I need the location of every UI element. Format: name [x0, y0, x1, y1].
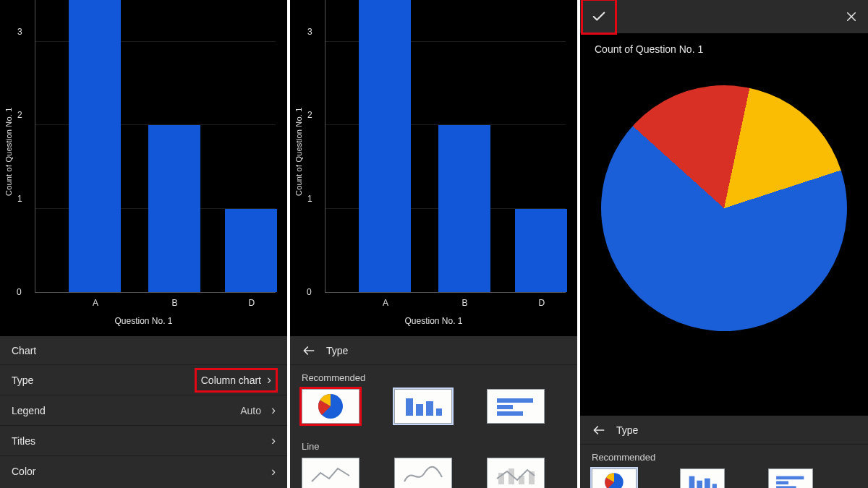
row-type[interactable]: Type Column chart [0, 365, 287, 395]
type-header: Type [326, 345, 348, 356]
bar-B [148, 125, 200, 292]
svg-rect-14 [697, 481, 702, 488]
svg-rect-5 [497, 398, 533, 403]
confirm-button[interactable] [583, 1, 615, 33]
topbar [580, 0, 868, 33]
bar-D [515, 209, 567, 292]
pie-slices [580, 53, 868, 363]
thumb-line[interactable] [302, 458, 359, 488]
svg-rect-6 [497, 405, 513, 409]
row-color-value [265, 464, 276, 479]
settings-header-label: Chart [12, 345, 36, 356]
y-tick-3: 3 [307, 27, 312, 37]
svg-rect-15 [705, 479, 710, 488]
x-axis-label: Question No. 1 [290, 316, 577, 326]
svg-rect-1 [406, 398, 413, 416]
row-legend-value: Auto [240, 403, 276, 418]
recommended-row [580, 466, 868, 488]
thumb-combo[interactable] [487, 458, 545, 488]
section-recommended: Recommended [290, 365, 577, 386]
y-tick-0: 0 [17, 287, 22, 297]
y-tick-1: 1 [307, 194, 312, 204]
type-picker: Type Recommended [290, 336, 577, 488]
x-tick-B: B [462, 298, 468, 308]
row-titles[interactable]: Titles [0, 426, 287, 456]
x-tick-D: D [248, 298, 255, 308]
y-tick-3: 3 [17, 27, 22, 37]
y-axis-label: Count of Question No. 1 [4, 0, 13, 304]
row-legend[interactable]: Legend Auto [0, 395, 287, 426]
plot-area: 1 2 3 A B D [325, 0, 566, 293]
y-tick-2: 2 [307, 110, 312, 120]
bar-B [438, 125, 490, 292]
svg-rect-2 [416, 404, 423, 416]
svg-rect-13 [689, 476, 695, 488]
thumb-bar-horizontal[interactable] [487, 389, 545, 424]
x-tick-A: A [383, 298, 388, 308]
panel-type-picker: Count of Question No. 1 0 1 2 3 A B D Qu… [290, 0, 577, 488]
pie-chart [601, 85, 847, 331]
row-type-label: Type [12, 374, 33, 386]
section-recommended: Recommended [580, 445, 868, 466]
row-color-label: Color [12, 466, 35, 477]
settings-header: Chart [0, 336, 287, 365]
check-icon [591, 9, 607, 25]
back-icon[interactable] [592, 423, 606, 437]
thumb-bar-horizontal[interactable] [768, 468, 813, 488]
bar-A [69, 0, 121, 292]
bar-chart: Count of Question No. 1 0 1 2 3 A B D Qu… [290, 0, 577, 336]
svg-rect-16 [712, 484, 717, 488]
plot-area: 1 2 3 A B D [35, 0, 276, 293]
type-header-row: Type [290, 336, 577, 365]
row-color[interactable]: Color [0, 456, 287, 487]
row-type-value[interactable]: Column chart [197, 370, 276, 390]
y-tick-0: 0 [307, 287, 312, 297]
pie-chart-title: Count of Question No. 1 [595, 43, 703, 55]
type-picker: Type Recommended [580, 416, 868, 488]
type-header: Type [616, 424, 638, 436]
svg-rect-7 [497, 411, 523, 416]
x-tick-D: D [538, 298, 545, 308]
thumb-column[interactable] [394, 389, 452, 424]
thumb-column[interactable] [680, 468, 725, 488]
back-icon[interactable] [302, 343, 316, 358]
y-axis-label: Count of Question No. 1 [294, 0, 303, 304]
line-row [290, 455, 577, 488]
row-legend-label: Legend [12, 405, 46, 416]
type-header-row: Type [580, 416, 868, 445]
svg-rect-17 [776, 476, 804, 480]
x-axis-label: Question No. 1 [0, 316, 287, 326]
section-line: Line [290, 434, 577, 455]
y-tick-2: 2 [17, 110, 22, 120]
row-titles-value [265, 433, 276, 448]
recommended-row [290, 386, 577, 434]
panel-chart-settings: Count of Question No. 1 0 1 2 3 A B D Qu… [0, 0, 287, 488]
thumb-line-smooth[interactable] [394, 458, 452, 488]
settings-list: Chart Type Column chart Legend Auto Titl… [0, 336, 287, 488]
thumb-pie[interactable] [592, 468, 637, 488]
bar-A [359, 0, 411, 292]
row-titles-label: Titles [12, 435, 35, 447]
bar-D [225, 209, 277, 292]
y-tick-1: 1 [17, 194, 22, 204]
svg-rect-18 [776, 481, 788, 484]
x-tick-A: A [93, 298, 98, 308]
close-icon[interactable] [845, 10, 858, 23]
svg-rect-3 [426, 401, 433, 416]
thumb-pie[interactable] [302, 389, 359, 424]
svg-rect-4 [436, 408, 442, 416]
x-tick-B: B [172, 298, 178, 308]
bar-chart: Count of Question No. 1 0 1 2 3 A B D Qu… [0, 0, 287, 336]
panel-pie-preview: Count of Question No. 1 Type Recommended [580, 0, 868, 488]
